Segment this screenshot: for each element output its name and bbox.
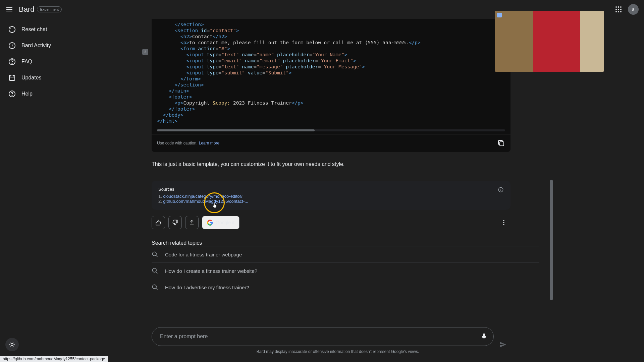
google-it-button[interactable]: Google it (202, 216, 239, 229)
apps-icon[interactable] (614, 5, 623, 13)
share-button[interactable] (185, 216, 199, 229)
gutter-badge[interactable]: 2 (142, 49, 148, 55)
question-icon (8, 90, 16, 98)
video-overlay (495, 11, 604, 72)
source-link[interactable]: github.com/mahmoudMagdy1255/contact-... (163, 199, 248, 204)
code-caution-text: Use code with caution. (157, 141, 198, 145)
svg-point-21 (153, 252, 157, 256)
scrollbar-thumb[interactable] (157, 129, 315, 131)
code-footer: Use code with caution. Learn more (152, 134, 511, 152)
mic-button[interactable] (477, 330, 491, 343)
code-content: </section> <section id="contact"> <h2>Co… (152, 21, 511, 127)
related-title: Search related topics (152, 240, 511, 246)
svg-point-7 (618, 11, 619, 12)
avatar[interactable]: a (628, 4, 639, 15)
svg-point-22 (153, 268, 157, 273)
thumbs-down-button[interactable] (168, 216, 182, 229)
sidebar-item-help[interactable]: Help (3, 86, 91, 102)
svg-point-3 (615, 9, 617, 10)
svg-point-18 (503, 220, 504, 221)
mic-icon (480, 333, 488, 340)
vertical-scrollbar[interactable] (550, 180, 553, 300)
sidebar-item-label: Help (21, 91, 33, 97)
related-topic-item[interactable]: Code for a fitness trainer webpage (152, 246, 539, 262)
search-icon (152, 267, 158, 274)
svg-point-20 (503, 224, 504, 225)
search-icon (152, 284, 158, 291)
sources-list: 1. cloudstack.ninja/category/monaco-edit… (158, 194, 504, 204)
sidebar-item-label: Updates (21, 75, 42, 81)
related-topic-label: How do I advertise my fitness trainer? (165, 285, 249, 290)
thumbs-up-button[interactable] (152, 216, 165, 229)
video-badge-icon (497, 13, 502, 17)
svg-point-5 (620, 9, 622, 10)
search-icon (152, 251, 158, 258)
info-icon[interactable] (498, 187, 504, 193)
sidebar-item-label: Reset chat (21, 26, 47, 33)
svg-point-19 (503, 222, 504, 223)
svg-point-2 (620, 6, 622, 8)
sidebar-item-updates[interactable]: Updates (3, 70, 91, 86)
menu-icon[interactable] (5, 5, 13, 13)
reset-icon (8, 25, 16, 34)
source-item: 1. cloudstack.ninja/category/monaco-edit… (158, 194, 504, 199)
input-area: Bard may display inaccurate or offensive… (152, 327, 524, 354)
sidebar-item-reset[interactable]: Reset chat (3, 21, 91, 38)
copy-icon[interactable] (497, 139, 505, 147)
more-options-button[interactable] (497, 216, 511, 229)
actions-row: Google it (152, 216, 511, 229)
code-gutter: 2 (142, 49, 148, 55)
sun-icon (9, 341, 15, 348)
svg-point-8 (620, 11, 622, 12)
svg-point-11 (12, 63, 12, 64)
google-logo-icon (207, 220, 213, 226)
source-item: 2. github.com/mahmoudMagdy1255/contact-.… (158, 199, 504, 204)
svg-point-0 (615, 6, 617, 8)
svg-rect-12 (9, 75, 15, 80)
code-block: 2 </section> <section id="contact"> <h2>… (152, 19, 511, 152)
svg-rect-16 (500, 142, 504, 146)
response-text: This is just a basic template, you can c… (152, 161, 511, 167)
code-horizontal-scrollbar[interactable] (157, 129, 505, 131)
disclaimer-text: Bard may display inaccurate or offensive… (152, 349, 524, 354)
prompt-box[interactable] (152, 327, 494, 346)
cursor-hand-icon (212, 202, 218, 209)
svg-point-1 (618, 6, 619, 8)
related-topic-label: Code for a fitness trainer webpage (165, 252, 242, 257)
svg-point-14 (12, 96, 12, 96)
send-icon (499, 341, 507, 349)
related-topic-item[interactable]: How do I create a fitness trainer websit… (152, 262, 539, 279)
related-topic-item[interactable]: How do I advertise my fitness trainer? (152, 279, 539, 295)
thumbs-down-icon (172, 220, 178, 226)
sidebar-item-label: FAQ (21, 59, 32, 65)
sources-title: Sources (158, 187, 504, 192)
svg-point-23 (153, 285, 157, 289)
sidebar-item-activity[interactable]: Bard Activity (3, 38, 91, 54)
learn-more-link[interactable]: Learn more (199, 141, 219, 145)
svg-point-6 (615, 11, 617, 12)
send-button[interactable] (496, 338, 510, 351)
theme-toggle[interactable] (5, 338, 19, 351)
help-icon (8, 58, 16, 66)
prompt-input[interactable] (160, 334, 477, 340)
experiment-badge: Experiment (37, 6, 62, 12)
thumbs-up-icon (155, 220, 161, 226)
share-icon (189, 220, 195, 226)
brand-title: Bard (19, 5, 34, 14)
source-link[interactable]: cloudstack.ninja/category/monaco-editor/ (163, 194, 242, 199)
google-it-label: Google it (216, 220, 234, 225)
svg-point-4 (618, 9, 619, 10)
sidebar: Reset chat Bard Activity FAQ Updates Hel… (0, 19, 94, 105)
related-topic-label: How do I create a fitness trainer websit… (165, 268, 257, 274)
main-content: 2 </section> <section id="contact"> <h2>… (152, 19, 554, 354)
video-content (495, 11, 604, 72)
svg-point-15 (11, 344, 13, 346)
sidebar-item-faq[interactable]: FAQ (3, 54, 91, 70)
sources-box: Sources 1. cloudstack.ninja/category/mon… (152, 181, 511, 210)
history-icon (8, 42, 16, 50)
sidebar-item-label: Bard Activity (21, 43, 51, 49)
status-bar: https://github.com/mahmoudMagdy1255/cont… (0, 356, 108, 362)
more-vertical-icon (500, 219, 507, 226)
updates-icon (8, 74, 16, 82)
